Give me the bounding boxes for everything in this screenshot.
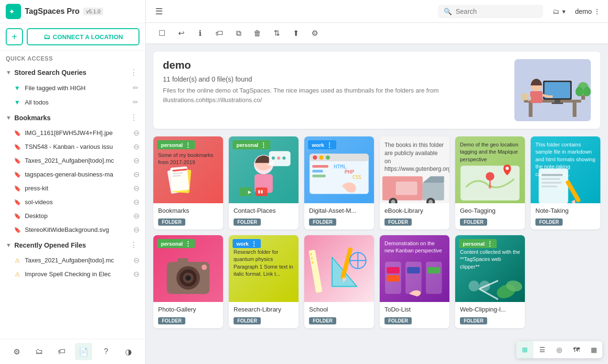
bookmark-icon-7: 🔖: [13, 212, 21, 220]
search-item-todos[interactable]: ▼ All todos ✏: [0, 95, 145, 109]
remove-icon-3[interactable]: ⊖: [133, 156, 139, 165]
svg-point-69: [185, 275, 191, 281]
svg-rect-4: [529, 103, 533, 117]
location-manager-button[interactable]: 🗂: [31, 343, 48, 360]
delete-button[interactable]: 🗑: [249, 25, 266, 42]
remove-recent-2[interactable]: ⊖: [133, 270, 139, 279]
bookmark-tagspaces-label: tagspaces-general-business-ma: [25, 171, 133, 178]
remove-icon-4[interactable]: ⊖: [133, 170, 139, 179]
upload-icon: ⬆: [293, 29, 299, 38]
folder-webclip[interactable]: personal ⋮ Content collected with the **…: [455, 235, 525, 328]
todo-illustration: [380, 259, 449, 302]
remove-icon-6[interactable]: ⊖: [133, 198, 139, 207]
upload-button[interactable]: ⬆: [287, 25, 304, 42]
remove-icon-1[interactable]: ⊖: [133, 128, 139, 137]
remove-icon-2[interactable]: ⊖: [133, 142, 139, 151]
theme-button[interactable]: ◑: [120, 343, 137, 360]
folder-todo[interactable]: Demonstration on the new Kanban perspect…: [380, 235, 449, 328]
info-button[interactable]: ℹ: [192, 25, 209, 42]
svg-rect-41: [312, 165, 329, 168]
folder-notes[interactable]: This folder contains sample file in mark…: [531, 136, 600, 229]
recently-opened-menu[interactable]: ⋮: [128, 239, 139, 250]
folder-bookmarks[interactable]: personal ⋮ Some of my bookmarks from 201…: [153, 136, 223, 229]
tag-library-button[interactable]: 🏷: [53, 343, 70, 360]
select-all-button[interactable]: ☐: [153, 25, 171, 42]
bookmark-tagspaces[interactable]: 🔖 tagspaces-general-business-ma ⊖: [0, 167, 145, 181]
folder-school[interactable]: School FOLDER: [304, 235, 374, 328]
add-button[interactable]: +: [6, 28, 23, 45]
folder-digital[interactable]: work ⋮ HTML PHP CSS: [304, 136, 374, 229]
recent-taxes[interactable]: ⚠ Taxes_2021_Aufgaben[todo].mc ⊖: [0, 253, 145, 267]
tag-button[interactable]: 🏷: [211, 25, 228, 42]
geo-name: Geo-Tagging: [460, 207, 520, 214]
location-button[interactable]: 🗂 ▾: [549, 6, 569, 17]
bookmarks-badge: FOLDER: [158, 218, 185, 226]
list-view-button[interactable]: ☰: [533, 341, 551, 358]
app-logo: ✦: [6, 4, 21, 19]
search-item-high[interactable]: ▼ File tagged with HIGH ✏: [0, 81, 145, 95]
svg-point-71: [202, 265, 207, 270]
bookmarks-menu[interactable]: ⋮: [128, 112, 139, 123]
remove-icon-8[interactable]: ⊖: [133, 225, 139, 234]
folder-ebook[interactable]: The books in this folder are publicly av…: [380, 136, 449, 229]
todo-name: ToDo-List: [384, 306, 445, 313]
map-view-button[interactable]: 🗺: [568, 341, 585, 358]
warn-icon-1: ⚠: [13, 257, 21, 264]
folder-photo[interactable]: personal ⋮ Photo-Gallery: [153, 235, 223, 328]
bookmarks-section[interactable]: ▼ Bookmarks ⋮: [0, 109, 145, 126]
help-button[interactable]: ?: [97, 343, 115, 360]
hamburger-menu[interactable]: ☰: [153, 4, 165, 19]
todo-footer: ToDo-List FOLDER: [380, 302, 449, 328]
connect-location-button[interactable]: 🗂 CONNECT A LOCATION: [27, 28, 139, 45]
go-up-icon: ↩: [178, 29, 184, 38]
sidebar-content: ▼ Stored Search Queries ⋮ ▼ File tagged …: [0, 64, 145, 339]
svg-rect-87: [387, 275, 400, 281]
search-box: 🔍: [438, 5, 543, 18]
gallery-view-button[interactable]: ▦: [585, 341, 602, 358]
folder-contact[interactable]: personal ⋮: [229, 136, 299, 229]
remove-icon-7[interactable]: ⊖: [133, 211, 139, 220]
bookmark-desktop[interactable]: 🔖 Desktop ⊖: [0, 209, 145, 223]
sort-icon: ⇅: [274, 29, 280, 38]
remove-recent-1[interactable]: ⊖: [133, 256, 139, 265]
recent-taxes-label: Taxes_2021_Aufgaben[todo].mc: [25, 257, 133, 264]
folder-geo[interactable]: Demo of the geo location tagging and the…: [455, 136, 525, 229]
more-settings-button[interactable]: ⚙: [306, 25, 323, 42]
bookmark-sol[interactable]: 🔖 sol-videos ⊖: [0, 195, 145, 209]
view-toggle: ⊞ ☰ ◎ 🗺 ▦: [516, 341, 602, 358]
copy-button[interactable]: ⧉: [230, 25, 247, 42]
svg-point-16: [583, 87, 591, 96]
kanban-view-button[interactable]: ◎: [551, 341, 568, 358]
file-manager-button[interactable]: 📄: [75, 343, 92, 360]
recent-spell[interactable]: ⚠ Improve Spell Checking in Elec ⊖: [0, 267, 145, 281]
user-button[interactable]: demo ⋮: [575, 8, 600, 15]
geo-footer: Geo-Tagging FOLDER: [455, 203, 525, 229]
bookmark-icon: 🔖: [13, 129, 21, 137]
geo-badge: FOLDER: [460, 218, 487, 226]
go-up-button[interactable]: ↩: [172, 25, 190, 42]
stored-search-section[interactable]: ▼ Stored Search Queries ⋮: [0, 64, 145, 81]
notes-name: Note-Taking: [535, 207, 596, 214]
research-name: Research-Library: [234, 306, 294, 313]
edit-icon[interactable]: ✏: [132, 83, 139, 93]
stored-search-menu[interactable]: ⋮: [128, 67, 139, 78]
recently-opened-section[interactable]: ▼ Recently Opened Files ⋮: [0, 237, 145, 253]
edit-icon-2[interactable]: ✏: [132, 97, 139, 107]
search-input[interactable]: [456, 8, 537, 15]
bookmark-taxes[interactable]: 🔖 Taxes_2021_Aufgaben[todo].mc ⊖: [0, 154, 145, 167]
grid-view-button[interactable]: ⊞: [516, 341, 533, 358]
folder-research[interactable]: work ⋮ Research folder for quantum physi…: [229, 235, 299, 328]
sort-button[interactable]: ⇅: [268, 25, 285, 42]
bookmark-img[interactable]: 🔖 IMG_1161[8FWH5JW4+FH].jpe ⊖: [0, 126, 145, 140]
bookmark-sol-label: sol-videos: [25, 198, 133, 206]
remove-icon-5[interactable]: ⊖: [133, 184, 139, 193]
bookmark-icon-5: 🔖: [13, 185, 21, 192]
settings-button[interactable]: ⚙: [8, 343, 25, 360]
svg-point-57: [506, 167, 509, 170]
bookmark-press[interactable]: 🔖 press-kit ⊖: [0, 181, 145, 195]
bookmark-tsn[interactable]: 🔖 TSN548 - Kanban - various issu ⊖: [0, 140, 145, 154]
research-footer: Research-Library FOLDER: [229, 302, 299, 328]
user-menu-icon: ⋮: [594, 8, 600, 15]
sidebar-actions: + 🗂 CONNECT A LOCATION: [0, 23, 145, 51]
bookmark-stereo[interactable]: 🔖 StereoKitWideBackground.svg ⊖: [0, 223, 145, 237]
